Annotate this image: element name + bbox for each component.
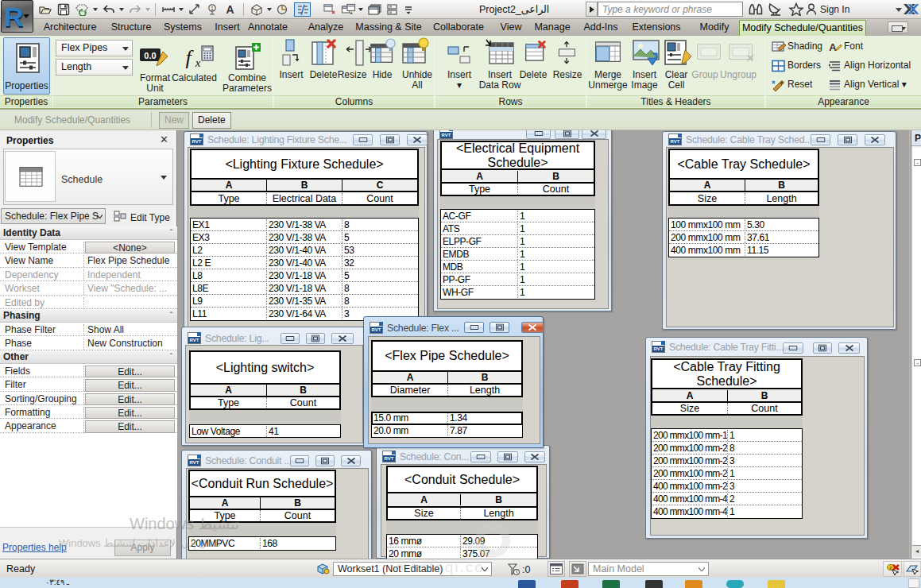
svg-text:A: A <box>226 3 234 16</box>
svg-text:0.0: 0.0 <box>144 51 156 60</box>
svg-text:A: A <box>829 41 837 53</box>
svg-text:x: x <box>195 56 201 69</box>
svg-text:1: 1 <box>211 6 214 11</box>
svg-text:f: f <box>185 46 194 69</box>
